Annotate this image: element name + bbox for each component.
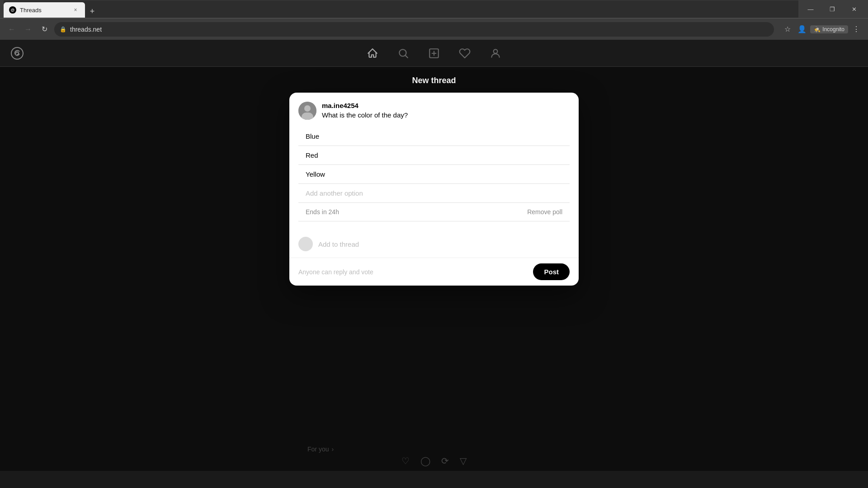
- poll-option-2-value: Red: [306, 151, 318, 159]
- address-bar: ← → ↻ 🔒 threads.net ☆ 👤 🕵 Incognito ⋮: [0, 18, 868, 40]
- tab-title: Threads: [20, 7, 68, 14]
- poll-option-4-input[interactable]: [306, 189, 562, 197]
- minimize-button[interactable]: —: [800, 0, 821, 18]
- poll-option-2[interactable]: Red: [298, 146, 570, 165]
- add-to-thread-avatar: [298, 237, 313, 251]
- incognito-label: Incognito: [822, 26, 844, 33]
- browser-chrome: @ Threads × + — ❐ ✕ ← → ↻ 🔒 threads.net …: [0, 0, 868, 40]
- address-text: threads.net: [70, 26, 769, 33]
- tab-bar: @ Threads × +: [4, 0, 798, 18]
- nav-activity[interactable]: [458, 47, 471, 60]
- back-button[interactable]: ←: [5, 23, 18, 36]
- forward-button[interactable]: →: [22, 23, 34, 36]
- address-input-wrapper[interactable]: 🔒 threads.net: [54, 22, 774, 37]
- refresh-button[interactable]: ↻: [38, 23, 51, 36]
- modal-overlay: New thread ma.ine4254 What is the color …: [0, 67, 868, 471]
- poll-option-3-value: Yellow: [306, 170, 325, 178]
- profile-button[interactable]: 👤: [796, 23, 808, 36]
- poll-options: Blue Red Yellow: [298, 127, 570, 203]
- poll-option-1-value: Blue: [306, 132, 319, 140]
- titlebar: @ Threads × + — ❐ ✕: [0, 0, 868, 18]
- thread-question: What is the color of the day?: [322, 111, 570, 119]
- poll-option-1[interactable]: Blue: [298, 127, 570, 146]
- new-thread-modal: ma.ine4254 What is the color of the day?…: [289, 93, 579, 286]
- app-header: [0, 40, 868, 67]
- poll-option-3[interactable]: Yellow: [298, 165, 570, 184]
- svg-point-2: [494, 49, 498, 53]
- poll-option-4[interactable]: [298, 184, 570, 203]
- nav-home[interactable]: [366, 47, 379, 60]
- threads-logo: [9, 45, 25, 61]
- remove-poll-button[interactable]: Remove poll: [527, 208, 562, 216]
- modal-title: New thread: [412, 76, 456, 85]
- add-to-thread[interactable]: Add to thread: [289, 230, 579, 258]
- lock-icon: 🔒: [60, 26, 66, 33]
- nav-compose[interactable]: [428, 47, 440, 60]
- composer-right: ma.ine4254 What is the color of the day?: [322, 102, 570, 120]
- add-to-thread-text: Add to thread: [318, 240, 359, 248]
- active-tab: @ Threads ×: [4, 2, 85, 18]
- toolbar-right: ☆ 👤 🕵 Incognito ⋮: [781, 23, 863, 36]
- post-button[interactable]: Post: [533, 263, 570, 280]
- footer-note: Anyone can reply and vote: [298, 268, 373, 276]
- feed-area: For you › ♡ ◯ ⟳ ▽ New thread: [0, 67, 868, 471]
- maximize-button[interactable]: ❐: [822, 0, 843, 18]
- poll-meta: Ends in 24h Remove poll: [298, 203, 570, 221]
- page-content: For you › ♡ ◯ ⟳ ▽ New thread: [0, 40, 868, 471]
- username: ma.ine4254: [322, 102, 570, 109]
- modal-footer: Anyone can reply and vote Post: [289, 258, 579, 286]
- incognito-badge: 🕵 Incognito: [810, 25, 848, 33]
- bookmark-button[interactable]: ☆: [781, 23, 794, 36]
- app-nav: [366, 47, 502, 60]
- tab-favicon: @: [9, 6, 16, 14]
- avatar: [298, 102, 316, 120]
- close-button[interactable]: ✕: [844, 0, 864, 18]
- menu-button[interactable]: ⋮: [850, 23, 863, 36]
- poll-duration: Ends in 24h: [306, 208, 339, 216]
- nav-profile[interactable]: [489, 47, 502, 60]
- tab-close-button[interactable]: ×: [71, 6, 80, 14]
- new-tab-button[interactable]: +: [86, 5, 99, 18]
- incognito-icon: 🕵: [814, 26, 821, 33]
- nav-search[interactable]: [397, 47, 410, 60]
- window-controls: — ❐ ✕: [800, 0, 864, 18]
- thread-composer: ma.ine4254 What is the color of the day?: [298, 102, 570, 120]
- avatar-image: [298, 102, 316, 120]
- modal-body: ma.ine4254 What is the color of the day?…: [289, 93, 579, 230]
